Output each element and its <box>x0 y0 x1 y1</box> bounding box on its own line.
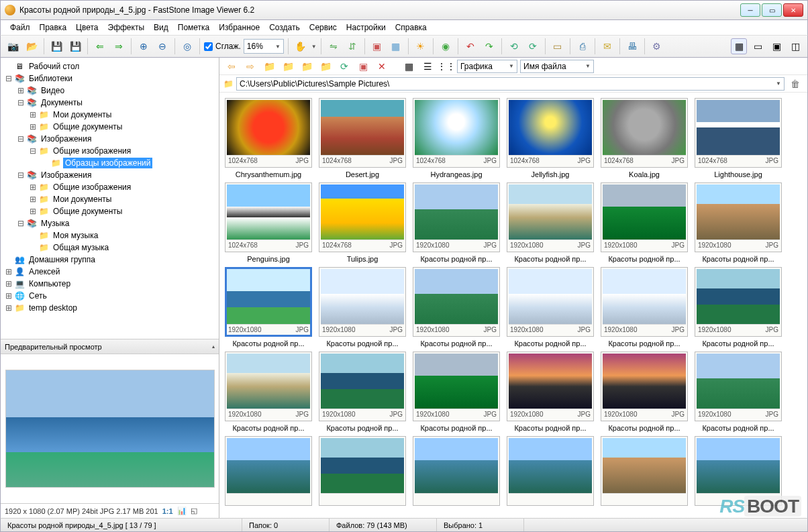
scan-icon[interactable]: ⎙ <box>574 38 591 54</box>
tree-node[interactable]: ⊟📚Изображения <box>1 169 219 181</box>
save-as-icon[interactable]: 💾 <box>67 38 83 54</box>
thumb-box[interactable] <box>319 436 406 506</box>
path-input[interactable]: C:\Users\Public\Pictures\Sample Pictures… <box>236 77 785 91</box>
thumbnail[interactable]: 1024x768JPGPenguins.jpg <box>225 182 312 263</box>
viewmode-detail-icon[interactable]: ⋮⋮ <box>438 58 454 74</box>
flip-v-icon[interactable]: ⇵ <box>344 38 360 54</box>
view-full-icon[interactable]: ▣ <box>768 38 785 54</box>
thumb-box[interactable] <box>225 436 312 506</box>
thumb-box[interactable] <box>413 436 500 506</box>
thumbnail[interactable] <box>319 436 406 509</box>
thumb-box[interactable]: 1024x768JPG <box>319 98 406 168</box>
thumb-box[interactable]: 1920x1080JPG <box>507 182 594 252</box>
color-icon[interactable]: ◉ <box>438 38 454 54</box>
thumb-box[interactable]: 1024x768JPG <box>319 182 406 252</box>
thumbnail[interactable]: 1024x768JPGDesert.jpg <box>319 98 406 178</box>
tree-twisty-icon[interactable]: ⊟ <box>15 170 26 180</box>
tree-node[interactable]: 📁Общая музыка <box>1 242 219 254</box>
maximize-button[interactable]: ▭ <box>762 3 782 17</box>
menu-Эффекты[interactable]: Эффекты <box>104 21 149 34</box>
thumbnail[interactable]: 1024x768JPGKoala.jpg <box>601 98 688 178</box>
menu-Пометка[interactable]: Пометка <box>174 21 214 34</box>
thumbnail[interactable]: 1920x1080JPGКрасоты родной пр... <box>601 352 688 432</box>
acquire-icon[interactable]: 📷 <box>5 38 21 54</box>
view-thumbs-icon[interactable]: ▦ <box>731 38 747 54</box>
view-single-icon[interactable]: ▭ <box>750 38 766 54</box>
canvas-icon[interactable]: ▦ <box>388 38 404 54</box>
thumb-box[interactable]: 1920x1080JPG <box>413 352 500 421</box>
tree-node[interactable]: 📁Моя музыка <box>1 229 219 242</box>
tree-node[interactable]: ⊞📁Общие документы <box>1 205 219 217</box>
print-icon[interactable]: 🖶 <box>624 38 640 54</box>
hand-icon[interactable]: ✋ <box>293 38 309 54</box>
tree-twisty-icon[interactable]: ⊞ <box>3 279 14 288</box>
settings-icon[interactable]: ⚙ <box>649 38 665 54</box>
tree-node[interactable]: ⊟📚Изображения <box>1 133 219 145</box>
thumbnail[interactable]: 1920x1080JPGКрасоты родной пр... <box>601 267 688 348</box>
thumb-box[interactable]: 1920x1080JPG <box>413 182 500 252</box>
prev-icon[interactable]: ⇐ <box>92 38 108 54</box>
tree-node[interactable]: ⊟📚Музыка <box>1 217 219 229</box>
thumb-box[interactable]: 1920x1080JPG <box>695 267 782 337</box>
fit-icon[interactable]: ◎ <box>179 38 195 54</box>
thumb-box[interactable] <box>601 436 688 506</box>
rotate-l-icon[interactable]: ⟲ <box>506 38 522 54</box>
thumb-box[interactable]: 1024x768JPG <box>225 182 312 252</box>
thumb-box[interactable]: 1024x768JPG <box>601 98 688 168</box>
histogram-icon[interactable]: 📊 <box>177 507 187 515</box>
tree-node[interactable]: ⊞📁Общие документы <box>1 121 219 133</box>
crop-icon[interactable]: ▭ <box>550 38 566 54</box>
menu-Создать[interactable]: Создать <box>265 21 304 34</box>
thumb-box[interactable]: 1920x1080JPG <box>319 352 406 421</box>
thumb-box[interactable]: 1024x768JPG <box>413 98 500 168</box>
thumbnail[interactable]: 1024x768JPGHydrangeas.jpg <box>413 98 500 178</box>
tree-twisty-icon[interactable]: ⊟ <box>15 98 26 107</box>
nav-fav1-icon[interactable]: 📁 <box>299 58 315 74</box>
smooth-check-input[interactable] <box>204 42 213 51</box>
thumb-box[interactable]: 1920x1080JPG <box>601 352 688 421</box>
email-icon[interactable]: ✉ <box>599 38 615 54</box>
thumbnail[interactable]: 1920x1080JPGКрасоты родной пр... <box>319 267 406 348</box>
thumbnail[interactable]: 1920x1080JPGКрасоты родной пр... <box>695 352 782 432</box>
viewmode-list-icon[interactable]: ☰ <box>419 58 436 74</box>
menu-Правка[interactable]: Правка <box>36 21 71 34</box>
menu-Избранное[interactable]: Избранное <box>215 21 264 34</box>
flip-h-icon[interactable]: ⇋ <box>325 38 342 54</box>
zoom-out-icon[interactable]: ⊖ <box>154 38 170 54</box>
tree-twisty-icon[interactable]: ⊟ <box>3 74 14 83</box>
save-icon[interactable]: 💾 <box>48 38 64 54</box>
preview-ratio[interactable]: 1:1 <box>162 507 173 515</box>
tree-node[interactable]: 🖥Рабочий стол <box>1 60 219 72</box>
thumb-box[interactable]: 1024x768JPG <box>225 98 312 168</box>
undo-icon[interactable]: ↶ <box>462 38 478 54</box>
tree-node[interactable]: ⊟📚Документы <box>1 97 219 109</box>
tree-node[interactable]: ⊞📚Видео <box>1 85 219 97</box>
tree-twisty-icon[interactable]: ⊞ <box>28 207 38 216</box>
tree-twisty-icon[interactable]: ⊟ <box>15 134 26 144</box>
thumb-box[interactable]: 1024x768JPG <box>507 98 594 168</box>
tree-twisty-icon[interactable]: ⊞ <box>28 122 38 131</box>
thumbnail[interactable]: 1920x1080JPGКрасоты родной пр... <box>413 182 500 263</box>
thumb-box[interactable]: 1920x1080JPG <box>225 352 312 421</box>
tree-node[interactable]: ⊞📁Мои документы <box>1 109 219 121</box>
view-compare-icon[interactable]: ◫ <box>787 38 803 54</box>
thumbnail[interactable]: 1024x768JPGJellyfish.jpg <box>507 98 594 178</box>
viewmode-large-icon[interactable]: ▦ <box>401 58 417 74</box>
tree-node[interactable]: 👥Домашняя группа <box>1 254 219 266</box>
thumb-box[interactable]: 1920x1080JPG <box>695 182 782 252</box>
rotate-r-icon[interactable]: ⟳ <box>525 38 541 54</box>
trash-icon[interactable]: 🗑 <box>787 76 803 92</box>
menu-Справка[interactable]: Справка <box>391 21 431 34</box>
redo-icon[interactable]: ↷ <box>481 38 497 54</box>
thumb-box[interactable] <box>507 436 594 506</box>
tree-node[interactable]: ⊟📁Общие изображения <box>1 145 219 157</box>
preview-pane[interactable] <box>1 354 219 503</box>
menu-Файл[interactable]: Файл <box>6 21 34 34</box>
thumbnail[interactable]: 1024x768JPGLighthouse.jpg <box>695 98 782 178</box>
preview-collapse-icon[interactable]: ▴ <box>212 343 215 350</box>
tree-twisty-icon[interactable]: ⊟ <box>28 146 38 156</box>
thumbnail[interactable]: 1920x1080JPGКрасоты родной пр... <box>225 267 312 348</box>
zoom-combo[interactable]: 16%▼ <box>244 39 284 54</box>
thumbnail-grid[interactable]: 1024x768JPGChrysanthemum.jpg1024x768JPGD… <box>219 93 807 518</box>
tree-twisty-icon[interactable]: ⊞ <box>3 303 14 313</box>
